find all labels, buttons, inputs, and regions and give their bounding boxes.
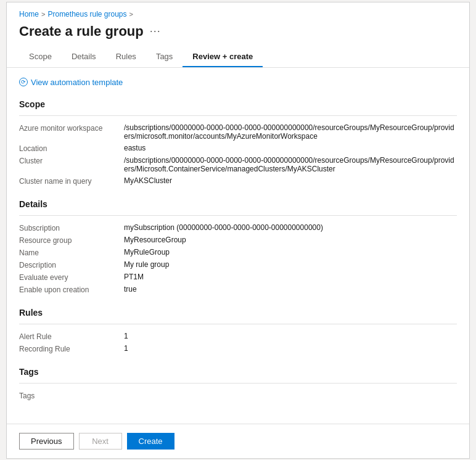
label-description: Description — [19, 260, 124, 269]
rules-divider — [19, 324, 457, 324]
automation-icon: ⟳ — [19, 78, 28, 86]
value-evaluate-every: PT1M — [124, 273, 457, 281]
scope-section: Scope Azure monitor workspace /subscript… — [19, 99, 457, 186]
more-options-icon[interactable]: ··· — [150, 25, 161, 38]
main-content: ⟳ View automation template Scope Azure m… — [7, 68, 469, 424]
field-location: Location eastus — [19, 144, 457, 153]
value-description: My rule group — [124, 260, 457, 269]
tab-scope[interactable]: Scope — [19, 47, 62, 67]
label-subscription: Subscription — [19, 223, 124, 232]
breadcrumb: Home > Prometheus rule groups > — [7, 2, 469, 21]
field-name: Name MyRuleGroup — [19, 248, 457, 257]
label-tags: Tags — [19, 391, 124, 400]
tab-tags[interactable]: Tags — [146, 47, 183, 67]
main-window: Home > Prometheus rule groups > Create a… — [6, 2, 470, 459]
tab-details[interactable]: Details — [62, 47, 106, 67]
footer: Previous Next Create — [7, 424, 469, 458]
label-evaluate-every: Evaluate every — [19, 273, 124, 282]
create-button[interactable]: Create — [127, 433, 174, 450]
field-description: Description My rule group — [19, 260, 457, 269]
field-cluster: Cluster /subscriptions/00000000-0000-000… — [19, 156, 457, 173]
value-enable-creation: true — [124, 285, 457, 294]
tab-bar: Scope Details Rules Tags Review + create — [7, 47, 469, 68]
details-divider — [19, 215, 457, 216]
label-location: Location — [19, 144, 124, 153]
rules-section: Rules Alert Rule 1 Recording Rule 1 — [19, 308, 457, 353]
rules-section-title: Rules — [19, 308, 457, 318]
details-section-title: Details — [19, 199, 457, 209]
value-subscription: mySubscription (00000000-0000-0000-0000-… — [124, 223, 457, 232]
label-alert-rule: Alert Rule — [19, 332, 124, 341]
automation-link-text: View automation template — [31, 78, 123, 87]
label-name: Name — [19, 248, 124, 257]
tab-review-create[interactable]: Review + create — [183, 47, 263, 67]
field-azure-monitor-workspace: Azure monitor workspace /subscriptions/0… — [19, 123, 457, 141]
breadcrumb-sep1: > — [41, 10, 45, 18]
value-name: MyRuleGroup — [124, 248, 457, 257]
field-evaluate-every: Evaluate every PT1M — [19, 273, 457, 282]
next-button: Next — [79, 433, 122, 450]
previous-button[interactable]: Previous — [19, 433, 74, 450]
label-enable-creation: Enable upon creation — [19, 285, 124, 294]
value-alert-rule: 1 — [124, 332, 457, 340]
field-enable-creation: Enable upon creation true — [19, 285, 457, 294]
view-automation-template-link[interactable]: ⟳ View automation template — [19, 78, 457, 87]
field-alert-rule: Alert Rule 1 — [19, 332, 457, 341]
field-subscription: Subscription mySubscription (00000000-00… — [19, 223, 457, 232]
value-cluster: /subscriptions/00000000-0000-0000-0000-0… — [124, 156, 457, 173]
scope-section-title: Scope — [19, 99, 457, 109]
tags-divider — [19, 383, 457, 384]
value-cluster-name-query: MyAKSCluster — [124, 176, 457, 185]
field-resource-group: Resource group MyResourceGroup — [19, 236, 457, 245]
tags-section-title: Tags — [19, 367, 457, 377]
value-resource-group: MyResourceGroup — [124, 236, 457, 244]
field-recording-rule: Recording Rule 1 — [19, 344, 457, 353]
label-cluster-name-query: Cluster name in query — [19, 176, 124, 186]
label-cluster: Cluster — [19, 156, 124, 165]
breadcrumb-sep2: > — [129, 10, 133, 18]
breadcrumb-group[interactable]: Prometheus rule groups — [47, 10, 126, 18]
value-azure-monitor-workspace: /subscriptions/00000000-0000-0000-0000-0… — [124, 123, 457, 141]
page-title: Create a rule group — [19, 23, 144, 39]
breadcrumb-home[interactable]: Home — [19, 10, 39, 18]
field-cluster-name-query: Cluster name in query MyAKSCluster — [19, 176, 457, 186]
details-section: Details Subscription mySubscription (000… — [19, 199, 457, 294]
value-recording-rule: 1 — [124, 344, 457, 353]
label-resource-group: Resource group — [19, 236, 124, 245]
scope-divider — [19, 115, 457, 116]
label-azure-monitor-workspace: Azure monitor workspace — [19, 123, 124, 133]
tab-rules[interactable]: Rules — [106, 47, 146, 67]
tags-section: Tags Tags — [19, 367, 457, 400]
page-header: Create a rule group ··· — [7, 21, 469, 47]
field-tags: Tags — [19, 391, 457, 400]
label-recording-rule: Recording Rule — [19, 344, 124, 353]
value-location: eastus — [124, 144, 457, 152]
